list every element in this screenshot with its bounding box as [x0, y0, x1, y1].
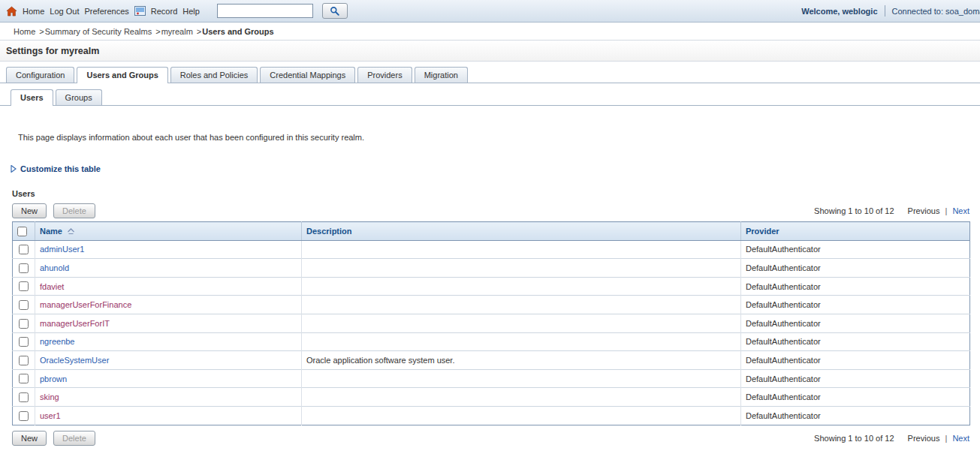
pagination-showing: Showing 1 to 10 of 12 — [814, 434, 894, 443]
breadcrumb-current: Users and Groups — [202, 27, 273, 36]
user-provider: DefaultAuthenticator — [741, 296, 970, 314]
user-name-link[interactable]: ngreenbe — [40, 337, 75, 346]
user-name-link[interactable]: OracleSystemUser — [40, 356, 109, 365]
row-checkbox[interactable] — [19, 392, 29, 402]
row-checkbox-cell — [13, 388, 35, 407]
row-checkbox[interactable] — [19, 263, 29, 273]
user-provider: DefaultAuthenticator — [741, 240, 970, 259]
user-name-cell: managerUserForIT — [35, 314, 302, 332]
user-name-cell: ngreenbe — [35, 332, 302, 351]
pagination-separator: | — [945, 434, 947, 443]
customize-table-link-text[interactable]: Customize this table — [20, 164, 101, 173]
breadcrumb-separator: > — [197, 27, 201, 36]
user-provider: DefaultAuthenticator — [741, 314, 970, 332]
toolbar-buttons: New Delete — [12, 431, 95, 446]
table-toolbar-top: New Delete Showing 1 to 10 of 12 Previou… — [12, 203, 969, 218]
tab-configuration[interactable]: Configuration — [6, 67, 74, 83]
expand-arrow-icon — [11, 165, 17, 173]
search-button[interactable] — [322, 3, 348, 19]
breadcrumb-home-link[interactable]: Home — [14, 27, 35, 36]
topbar-home-link[interactable]: Home — [23, 7, 44, 16]
user-provider: DefaultAuthenticator — [741, 277, 970, 296]
select-all-checkbox[interactable] — [17, 227, 27, 236]
table-row: fdaviet DefaultAuthenticator — [13, 277, 970, 296]
column-header-description: Description — [302, 222, 741, 241]
user-provider: DefaultAuthenticator — [741, 332, 970, 351]
sort-ascending-icon[interactable] — [67, 227, 75, 235]
user-description — [302, 332, 741, 351]
table-row: OracleSystemUser Oracle application soft… — [13, 351, 970, 370]
tab-roles-and-policies[interactable]: Roles and Policies — [170, 67, 258, 83]
user-name-link[interactable]: sking — [40, 392, 59, 401]
pagination-next-link[interactable]: Next — [952, 206, 969, 215]
record-icon[interactable] — [134, 6, 146, 16]
topbar-logout-link[interactable]: Log Out — [50, 7, 79, 16]
new-button[interactable]: New — [12, 203, 47, 218]
row-checkbox[interactable] — [19, 411, 29, 421]
user-description — [302, 406, 741, 425]
user-provider: DefaultAuthenticator — [741, 369, 970, 388]
user-name-link[interactable]: adminUser1 — [40, 245, 84, 254]
table-row: user1 DefaultAuthenticator — [13, 406, 970, 425]
toolbar-buttons: New Delete — [12, 203, 95, 218]
table-row: sking DefaultAuthenticator — [13, 388, 970, 407]
user-name-link[interactable]: pbrown — [40, 374, 67, 383]
user-name-cell: fdaviet — [35, 277, 302, 296]
subtab-groups[interactable]: Groups — [56, 89, 102, 105]
tab-credential-mappings[interactable]: Credential Mappings — [260, 67, 355, 83]
column-header-name[interactable]: Name — [35, 222, 302, 241]
user-name-link[interactable]: fdaviet — [40, 282, 64, 291]
column-header-provider: Provider — [741, 222, 970, 241]
user-name-link[interactable]: ahunold — [40, 263, 69, 272]
table-section-label: Users — [12, 189, 980, 198]
row-checkbox[interactable] — [19, 300, 29, 310]
user-name-link[interactable]: managerUserForIT — [40, 319, 110, 328]
topbar-preferences-link[interactable]: Preferences — [84, 7, 128, 16]
delete-button-bottom[interactable]: Delete — [53, 431, 95, 446]
user-name-cell: OracleSystemUser — [35, 351, 302, 370]
page-title-bar: Settings for myrealm — [0, 41, 980, 62]
user-name-link[interactable]: user1 — [40, 411, 61, 420]
table-header-row: Name Description Provider — [13, 222, 970, 241]
tab-migration[interactable]: Migration — [415, 67, 468, 83]
user-description — [302, 369, 741, 388]
topbar-session-info: Welcome, weblogic Connected to: soa_doma… — [801, 5, 980, 17]
row-checkbox[interactable] — [19, 356, 29, 365]
tab-users-and-groups[interactable]: Users and Groups — [77, 67, 167, 83]
pagination: Showing 1 to 10 of 12 Previous | Next — [814, 206, 969, 215]
delete-button[interactable]: Delete — [53, 203, 95, 218]
row-checkbox[interactable] — [19, 281, 29, 291]
topbar-help-link[interactable]: Help — [182, 7, 200, 16]
pagination-next-link[interactable]: Next — [952, 434, 969, 443]
user-name-cell: ahunold — [35, 259, 302, 278]
row-checkbox-cell — [13, 296, 35, 314]
new-button-bottom[interactable]: New — [12, 431, 47, 446]
user-name-link[interactable]: managerUserForFinance — [40, 300, 131, 309]
user-description — [302, 314, 741, 332]
subtab-users[interactable]: Users — [11, 89, 53, 106]
user-description — [302, 259, 741, 278]
search-input[interactable] — [217, 4, 313, 18]
pagination-previous: Previous — [908, 434, 940, 443]
topbar-divider — [885, 5, 885, 17]
row-checkbox-cell — [13, 259, 35, 278]
breadcrumb: Home>Summary of Security Realms>myrealm>… — [0, 23, 980, 41]
user-description — [302, 388, 741, 407]
row-checkbox[interactable] — [19, 319, 29, 329]
row-checkbox[interactable] — [19, 337, 29, 347]
home-icon[interactable] — [6, 6, 17, 17]
row-checkbox[interactable] — [19, 245, 29, 254]
breadcrumb-myrealm-link[interactable]: myrealm — [161, 27, 193, 36]
topbar-links: Home Log Out Preferences Record Help — [6, 3, 348, 19]
user-provider: DefaultAuthenticator — [741, 259, 970, 278]
customize-table-link[interactable]: Customize this table — [11, 164, 980, 173]
row-checkbox[interactable] — [19, 374, 29, 383]
row-checkbox-cell — [13, 277, 35, 296]
user-description — [302, 277, 741, 296]
user-description: Oracle application software system user. — [302, 351, 741, 370]
row-checkbox-cell — [13, 406, 35, 425]
topbar-record-link[interactable]: Record — [151, 7, 177, 16]
breadcrumb-security-realms-link[interactable]: Summary of Security Realms — [45, 27, 152, 36]
pagination-bottom: Showing 1 to 10 of 12 Previous | Next — [814, 434, 969, 443]
tab-providers[interactable]: Providers — [357, 67, 412, 83]
